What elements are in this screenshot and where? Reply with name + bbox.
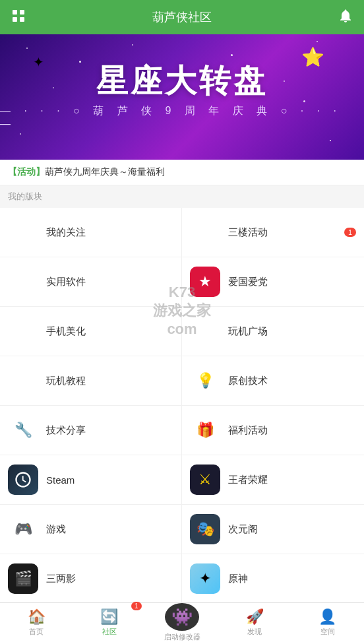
grid-item-yuanchuang-jishu[interactable]: 💡原创技术 <box>182 356 364 406</box>
discover-icon: 🚀 <box>246 608 264 626</box>
nav-item-home[interactable]: 🏠 首页 <box>0 603 73 642</box>
banner-sub-text: — · · · ○ 葫 芦 侠 9 周 年 庆 典 ○ · · · — <box>0 104 364 130</box>
grid-label-aiguo-aidang: 爱国爱党 <box>228 276 268 288</box>
grid-item-ciyuange[interactable]: 🎭次元阁 <box>182 505 364 554</box>
grid-item-sanyingying[interactable]: 🎬三两影 <box>0 554 182 604</box>
modifier-icon: 👾 <box>171 607 193 627</box>
svg-rect-1 <box>20 10 24 15</box>
nav-item-space[interactable]: 👤 空间 <box>291 603 364 642</box>
home-icon: 🏠 <box>28 608 46 626</box>
community-icon: 🔄 <box>100 608 118 626</box>
activity-bracket: 【活动】 <box>8 166 45 177</box>
grid-item-shouji-meihua[interactable]: 手机美化 <box>0 307 182 356</box>
grid-label-wangzhe-rongyao: 王者荣耀 <box>228 474 268 486</box>
grid-item-wode-guanzhu[interactable]: 我的关注 <box>0 208 182 257</box>
nav-label-modifier: 启动修改器 <box>164 632 200 642</box>
grid-label-yuanshen: 原神 <box>228 573 248 585</box>
grid-item-aiguo-aidang[interactable]: ★爱国爱党 <box>182 257 364 307</box>
svg-rect-2 <box>13 17 17 22</box>
grid-label-fuli-huodong: 福利活动 <box>228 424 268 437</box>
space-icon: 👤 <box>318 608 336 626</box>
nav-label-space: 空间 <box>320 627 335 637</box>
grid-item-wanjiao-jiaocheng[interactable]: ▤玩机教程 <box>0 356 182 406</box>
modifier-btn[interactable]: 👾 <box>165 603 199 631</box>
grid-label-steam: Steam <box>46 474 75 486</box>
grid-item-fuli-huodong[interactable]: 🎁福利活动 <box>182 406 364 455</box>
banner[interactable]: ⭐ ✦ 星座大转盘 — · · · ○ 葫 芦 侠 9 周 年 庆 典 ○ · … <box>0 34 364 160</box>
grid-item-wanjia-guangchang[interactable]: 玩机广场 <box>182 307 364 356</box>
header: 葫芦侠社区 <box>0 0 364 34</box>
badge-sanlou-huodong: 1 <box>344 228 356 237</box>
nav-item-community[interactable]: 🔄 1 社区 <box>73 603 145 642</box>
svg-rect-3 <box>20 17 24 22</box>
grid-item-steam[interactable]: Steam <box>0 455 182 505</box>
activity-text: 葫芦侠九周年庆典～海量福利 <box>45 166 165 177</box>
grid-label-shouji-meihua: 手机美化 <box>46 325 86 338</box>
banner-star-decoration2: ✦ <box>33 54 44 70</box>
grid-item-shiyong-ruanjian[interactable]: 实用软件 <box>0 257 182 307</box>
grid-item-jishu-fenxiang[interactable]: 🔧技术分享 <box>0 406 182 455</box>
nav-label-discover: 发现 <box>247 627 262 637</box>
grid-item-sanlou-huodong[interactable]: 三楼活动1 <box>182 208 364 257</box>
grid-label-sanyingying: 三两影 <box>46 573 76 585</box>
bottom-nav: 🏠 首页 🔄 1 社区 👾 启动修改器 🚀 发现 👤 空间 <box>0 602 364 642</box>
grid-label-ciyuange: 次元阁 <box>228 523 258 536</box>
header-title: 葫芦侠社区 <box>152 9 212 25</box>
nav-label-community: 社区 <box>102 627 117 637</box>
bell-icon[interactable] <box>338 8 353 26</box>
nav-item-modifier[interactable]: 👾 启动修改器 <box>146 603 218 642</box>
banner-star-decoration: ⭐ <box>301 46 324 68</box>
grid-container: 我的关注三楼活动1实用软件★爱国爱党手机美化玩机广场▤玩机教程💡原创技术🔧技术分… <box>0 208 364 642</box>
grid-item-yuanshen[interactable]: ✦原神 <box>182 554 364 604</box>
main-content: ⭐ ✦ 星座大转盘 — · · · ○ 葫 芦 侠 9 周 年 庆 典 ○ · … <box>0 34 364 642</box>
grid-label-yuanchuang-jishu: 原创技术 <box>228 375 268 387</box>
grid-label-jishu-fenxiang: 技术分享 <box>46 424 86 437</box>
nav-item-discover[interactable]: 🚀 发现 <box>218 603 291 642</box>
grid-label-wode-guanzhu: 我的关注 <box>46 226 86 239</box>
grid-label-wanjia-guangchang: 玩机广场 <box>228 325 268 338</box>
grid-label-sanlou-huodong: 三楼活动 <box>228 226 268 239</box>
section-label: 我的版块 <box>0 185 364 208</box>
banner-main-text: 星座大转盘 <box>96 64 268 99</box>
grid-icon[interactable] <box>11 8 26 26</box>
grid-label-youxi: 游戏 <box>46 523 66 536</box>
nav-label-home: 首页 <box>29 627 44 637</box>
grid-label-shiyong-ruanjian: 实用软件 <box>46 276 86 288</box>
community-badge: 1 <box>131 602 142 610</box>
svg-rect-0 <box>13 10 17 15</box>
grid-item-wangzhe-rongyao[interactable]: ⚔王者荣耀 <box>182 455 364 505</box>
grid-label-wanjiao-jiaocheng: 玩机教程 <box>46 375 86 387</box>
grid-item-youxi[interactable]: 🎮游戏 <box>0 505 182 554</box>
activity-bar[interactable]: 【活动】葫芦侠九周年庆典～海量福利 <box>0 160 364 185</box>
